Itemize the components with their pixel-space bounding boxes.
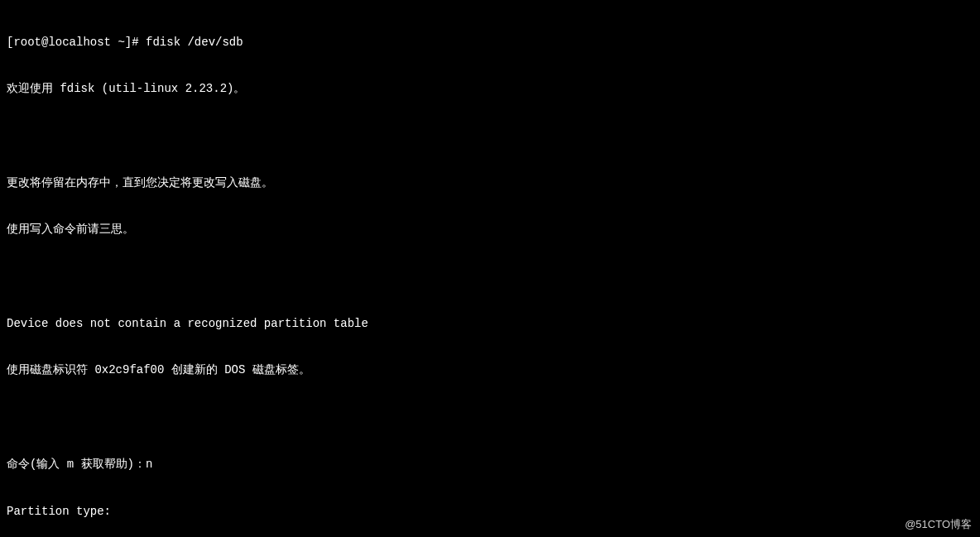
terminal-line: 欢迎使用 fdisk (util-linux 2.23.2)。 bbox=[7, 81, 973, 97]
terminal-line bbox=[7, 410, 973, 425]
terminal-line: 更改将停留在内存中，直到您决定将更改写入磁盘。 bbox=[7, 175, 973, 191]
terminal-line: Device does not contain a recognized par… bbox=[7, 316, 973, 332]
terminal-line: 使用写入命令前请三思。 bbox=[7, 222, 973, 237]
terminal-line: [root@localhost ~]# fdisk /dev/sdb bbox=[7, 35, 973, 50]
terminal-line: Partition type: bbox=[7, 504, 973, 520]
terminal-line bbox=[7, 128, 973, 144]
terminal-line bbox=[7, 269, 973, 285]
terminal-line: 命令(输入 m 获取帮助)：n bbox=[7, 457, 973, 472]
watermark-label: @51CTO博客 bbox=[905, 517, 972, 532]
terminal-window[interactable]: [root@localhost ~]# fdisk /dev/sdb 欢迎使用 … bbox=[0, 0, 980, 537]
terminal-line: 使用磁盘标识符 0x2c9faf00 创建新的 DOS 磁盘标签。 bbox=[7, 362, 973, 378]
